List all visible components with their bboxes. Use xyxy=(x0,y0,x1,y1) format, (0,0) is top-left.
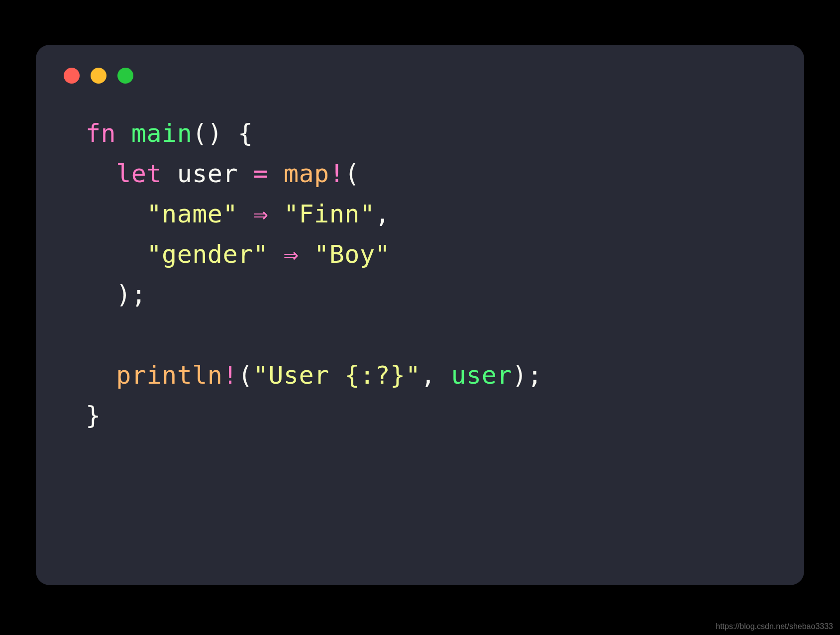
code-token-punct xyxy=(268,159,284,188)
code-token-var: user xyxy=(177,159,238,188)
code-token-punct: } xyxy=(86,401,101,430)
code-token-string: "name" xyxy=(146,200,238,228)
code-token-punct: ( xyxy=(238,361,253,390)
code-token-punct: ( xyxy=(344,159,360,188)
code-token-punct: , xyxy=(420,361,451,390)
code-token-string: "User {:?}" xyxy=(253,361,421,390)
code-token-macro: map xyxy=(284,159,329,188)
code-token-op: ⇒ xyxy=(284,240,299,269)
code-token-bang: ! xyxy=(222,361,238,390)
code-token-punct xyxy=(86,159,116,188)
code-token-punct xyxy=(116,119,131,148)
code-token-punct xyxy=(238,159,253,188)
watermark-text: https://blog.csdn.net/shebao3333 xyxy=(716,622,833,631)
code-token-punct: () { xyxy=(192,119,253,148)
code-token-fn: main xyxy=(131,119,192,148)
code-token-op: ⇒ xyxy=(253,200,269,228)
minimize-icon xyxy=(91,68,106,84)
zoom-icon xyxy=(117,68,133,84)
code-token-ident: user xyxy=(451,361,512,390)
code-token-bang: ! xyxy=(329,159,345,188)
code-token-punct xyxy=(86,200,146,228)
code-token-punct xyxy=(86,361,116,390)
code-token-punct xyxy=(162,159,177,188)
code-block: fn main() { let user = map!( "name" ⇒ "F… xyxy=(86,113,779,436)
code-token-punct: ); xyxy=(86,280,146,309)
code-token-punct: ); xyxy=(512,361,542,390)
code-token-punct xyxy=(299,240,314,269)
code-token-keyword: let xyxy=(116,159,162,188)
code-token-punct: , xyxy=(375,200,391,228)
code-token-punct xyxy=(238,200,253,228)
code-window: fn main() { let user = map!( "name" ⇒ "F… xyxy=(36,45,804,585)
code-token-punct xyxy=(86,240,146,269)
traffic-lights xyxy=(64,68,779,84)
code-token-punct xyxy=(268,240,284,269)
code-token-keyword: fn xyxy=(86,119,116,148)
code-token-op: = xyxy=(253,159,269,188)
code-token-punct xyxy=(268,200,284,228)
code-token-string: "Boy" xyxy=(314,240,390,269)
code-token-string: "gender" xyxy=(146,240,268,269)
code-token-string: "Finn" xyxy=(284,200,375,228)
code-token-macro: println xyxy=(116,361,222,390)
close-icon xyxy=(64,68,80,84)
